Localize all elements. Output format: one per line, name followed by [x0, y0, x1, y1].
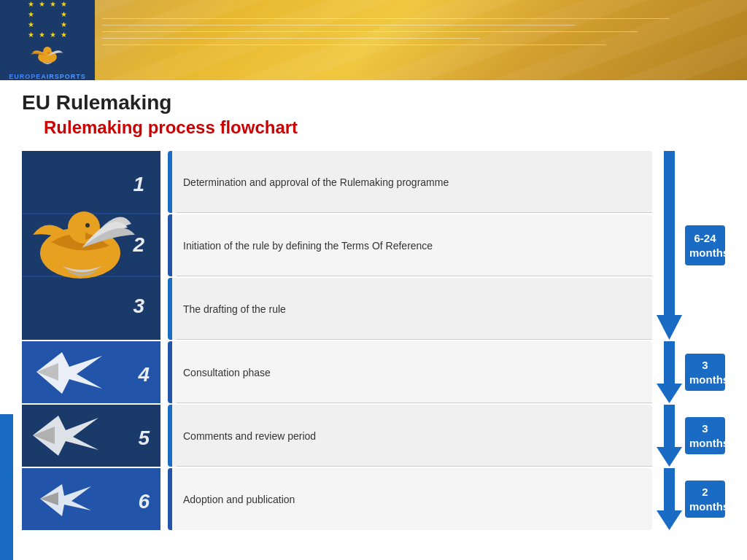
logo-box: ★★★★ ★★ ★★ ★★★★ [0, 0, 95, 80]
icon-6-svg: 6 [22, 468, 160, 530]
svg-text:3: 3 [133, 295, 144, 317]
step-row-3: The drafting of the rule [168, 278, 652, 340]
app-container: ★★★★ ★★ ★★ ★★★★ [0, 0, 747, 537]
page-subtitle: Rulemaking process flowchart [44, 117, 725, 138]
step-row-4: Consultation phase [168, 341, 652, 403]
timing-block-1-3: 6-24 months [657, 151, 725, 340]
timing-unit-6: months [689, 500, 729, 513]
step-4-divider [177, 402, 652, 403]
icon-5-svg: 5 [22, 405, 160, 467]
svg-rect-20 [664, 151, 675, 315]
header-line-3 [102, 31, 638, 32]
eu-stars: ★★★★ ★★ ★★ ★★★★ [27, 0, 69, 39]
svg-text:1: 1 [133, 173, 144, 195]
timing-range-6: 2 [702, 486, 708, 498]
header-line-2 [102, 25, 575, 26]
icon-4-svg: 4 [22, 341, 160, 403]
timing-unit-5: months [689, 437, 729, 449]
bottom-left-bar [0, 414, 13, 560]
timing-range-4: 3 [702, 359, 708, 371]
step-1-divider [177, 212, 652, 213]
header-banner: ★★★★ ★★ ★★ ★★★★ [0, 0, 747, 80]
arrow-5-svg [657, 405, 682, 467]
timing-unit-4: months [689, 373, 729, 386]
eagle-icon [18, 42, 77, 70]
icon-column: 1 2 3 4 [22, 151, 168, 530]
step-2-text: Initiation of the rule by defining the T… [183, 240, 641, 252]
arrow-4-svg [657, 341, 682, 403]
step-3-divider [177, 339, 652, 340]
svg-marker-23 [657, 384, 682, 403]
step-5-divider [177, 466, 652, 467]
timing-block-5: 3 months [657, 405, 725, 467]
svg-text:4: 4 [137, 363, 150, 386]
arrow-6-svg [657, 468, 682, 530]
svg-rect-22 [664, 341, 675, 384]
page-title: EU Rulemaking [22, 91, 725, 114]
step-row-5: Comments and review period [168, 405, 652, 467]
svg-text:2: 2 [132, 233, 144, 256]
logo-large-icon: 1 2 3 [22, 151, 160, 340]
header-line-4 [102, 38, 480, 39]
main-content: EU Rulemaking Rulemaking process flowcha… [0, 80, 747, 537]
timing-column: 6-24 months 3 months [652, 151, 725, 530]
header-lines [102, 15, 732, 58]
header-line-1 [102, 18, 670, 19]
timing-block-4: 3 months [657, 341, 725, 403]
svg-text:5: 5 [138, 427, 150, 449]
step-2-divider [177, 276, 652, 276]
timing-badge-1-3: 6-24 months [685, 225, 725, 265]
timing-unit-1: months [689, 246, 729, 259]
icon-block-4: 4 [22, 341, 160, 403]
step-6-text: Adoption and publication [183, 494, 641, 505]
steps-column: Determination and approval of the Rulema… [168, 151, 652, 530]
logo-europe: EUROPE [9, 73, 41, 80]
header-line-5 [102, 44, 606, 45]
svg-rect-24 [664, 405, 675, 447]
timing-badge-4: 3 months [685, 354, 725, 391]
svg-rect-26 [664, 468, 675, 510]
svg-point-7 [85, 223, 90, 228]
flowchart: 1 2 3 4 [22, 151, 725, 530]
timing-badge-5: 3 months [685, 417, 725, 454]
step-row-1: Determination and approval of the Rulema… [168, 151, 652, 213]
timing-badge-6: 2 months [685, 481, 725, 518]
timing-block-6: 2 months [657, 468, 725, 530]
step-row-6: Adoption and publication [168, 468, 652, 530]
icon-block-6: 6 [22, 468, 160, 530]
big-arrow-svg [657, 151, 682, 340]
timing-range-5: 3 [702, 422, 708, 435]
icon-block-5: 5 [22, 405, 160, 467]
step-4-text: Consultation phase [183, 367, 641, 378]
svg-text:6: 6 [138, 490, 150, 513]
step-1-text: Determination and approval of the Rulema… [183, 176, 641, 188]
logo-text: EUROPEAIRSPORTS [9, 73, 86, 80]
svg-marker-21 [657, 315, 682, 340]
step-5-text: Comments and review period [183, 430, 641, 442]
step-row-2: Initiation of the rule by defining the T… [168, 214, 652, 276]
step-3-text: The drafting of the rule [183, 303, 641, 315]
timing-range-1: 6-24 [694, 232, 716, 244]
logo-airsports: AIRSPORTS [41, 73, 86, 80]
icon-block-top: 1 2 3 [22, 151, 160, 340]
svg-marker-27 [657, 510, 682, 530]
svg-marker-25 [657, 447, 682, 467]
